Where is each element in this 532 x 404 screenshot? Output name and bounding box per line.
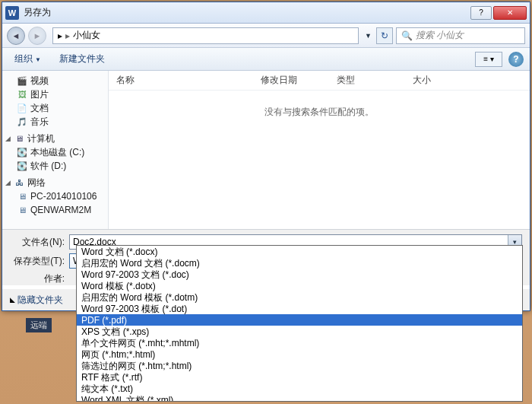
folder-icon: 🎵: [16, 116, 28, 127]
pc-icon: 🖥: [16, 205, 28, 215]
dropdown-option[interactable]: 网页 (*.htm;*.html): [77, 348, 522, 360]
help-button[interactable]: ?: [470, 6, 492, 20]
folder-icon: 🎬: [16, 75, 28, 86]
dropdown-option[interactable]: Word 模板 (*.dotx): [77, 280, 522, 291]
refresh-button[interactable]: ↻: [376, 27, 393, 44]
dropdown-option[interactable]: Word XML 文档 (*.xml): [77, 394, 522, 402]
path-dropdown[interactable]: ▼: [365, 32, 372, 40]
new-folder-button[interactable]: 新建文件夹: [53, 49, 111, 68]
nav-bar: ◄ ► ▸ ▸ 小仙女 ▼ ↻ 🔍 搜索 小仙女: [2, 24, 530, 48]
dropdown-option[interactable]: PDF (*.pdf): [77, 314, 522, 326]
sidebar-item[interactable]: 💽软件 (D:): [2, 159, 108, 173]
sidebar-item[interactable]: 🖥PC-2014010106: [2, 189, 108, 203]
network-icon: 🖧: [13, 177, 25, 188]
empty-message: 没有与搜索条件匹配的项。: [109, 91, 530, 134]
dropdown-option[interactable]: Word 97-2003 模板 (*.dot): [77, 303, 522, 314]
background-label: 远端: [26, 318, 52, 332]
folder-icon: 📄: [16, 103, 28, 113]
disk-icon: 💽: [16, 161, 28, 171]
sidebar-item[interactable]: 💽本地磁盘 (C:): [2, 145, 108, 159]
dropdown-option[interactable]: Word 97-2003 文档 (*.doc): [77, 269, 522, 280]
path-folder[interactable]: 小仙女: [73, 29, 100, 42]
sidebar-item[interactable]: 🖥QENWARM2M: [2, 203, 108, 217]
search-icon: 🔍: [401, 30, 413, 41]
window-buttons: ? ✕: [469, 6, 527, 20]
search-input[interactable]: 🔍 搜索 小仙女: [396, 27, 525, 44]
author-label: 作者:: [10, 272, 69, 285]
forward-button[interactable]: ►: [28, 27, 46, 45]
file-list-area: 名称 修改日期 类型 大小 没有与搜索条件匹配的项。: [109, 71, 530, 229]
disk-icon: 💽: [16, 147, 28, 157]
collapse-icon: ◣: [10, 296, 15, 304]
toolbar: 组织▼ 新建文件夹 ≡ ▾ ?: [2, 48, 530, 71]
dropdown-option[interactable]: 筛选过的网页 (*.htm;*.html): [77, 360, 522, 371]
sidebar-computer[interactable]: ◢ 🖥 计算机: [2, 132, 108, 145]
pc-icon: 🖥: [16, 191, 28, 202]
computer-icon: 🖥: [13, 133, 25, 144]
dialog-body: 🎬视频🖼图片📄文档🎵音乐 ◢ 🖥 计算机 💽本地磁盘 (C:)💽软件 (D:) …: [2, 71, 530, 229]
sidebar-item[interactable]: 🖼图片: [2, 87, 108, 101]
chevron-down-icon: ▼: [35, 56, 41, 63]
folder-icon: 🖼: [16, 89, 28, 100]
window-title: 另存为: [24, 6, 469, 19]
path-root-icon: ▸: [58, 30, 62, 41]
dropdown-option[interactable]: Word 文档 (*.docx): [77, 246, 522, 257]
sidebar-item[interactable]: 🎵音乐: [2, 115, 108, 129]
sidebar: 🎬视频🖼图片📄文档🎵音乐 ◢ 🖥 计算机 💽本地磁盘 (C:)💽软件 (D:) …: [2, 71, 109, 229]
filename-label: 文件名(N):: [10, 236, 69, 249]
sidebar-network[interactable]: ◢ 🖧 网络: [2, 176, 108, 189]
savetype-label: 保存类型(T):: [10, 255, 69, 268]
dropdown-option[interactable]: RTF 格式 (*.rtf): [77, 371, 522, 383]
back-button[interactable]: ◄: [7, 27, 25, 45]
dropdown-option[interactable]: 启用宏的 Word 文档 (*.docm): [77, 257, 522, 269]
col-name[interactable]: 名称: [116, 74, 261, 87]
column-headers: 名称 修改日期 类型 大小: [109, 71, 530, 91]
address-bar[interactable]: ▸ ▸ 小仙女: [52, 27, 359, 44]
path-sep: ▸: [65, 30, 70, 41]
col-type[interactable]: 类型: [337, 74, 413, 87]
view-button[interactable]: ≡ ▾: [475, 52, 502, 67]
expand-icon: ◢: [5, 179, 13, 186]
dropdown-option[interactable]: XPS 文档 (*.xps): [77, 326, 522, 337]
sidebar-item[interactable]: 🎬视频: [2, 74, 108, 87]
hide-folders-link[interactable]: 隐藏文件夹: [17, 294, 63, 307]
sidebar-item[interactable]: 📄文档: [2, 101, 108, 115]
expand-icon: ◢: [5, 135, 13, 142]
dropdown-option[interactable]: 单个文件网页 (*.mht;*.mhtml): [77, 337, 522, 348]
close-button[interactable]: ✕: [493, 6, 527, 20]
word-icon: W: [5, 6, 19, 20]
organize-menu[interactable]: 组织▼: [8, 49, 47, 68]
savetype-dropdown-list: Word 文档 (*.docx)启用宏的 Word 文档 (*.docm)Wor…: [76, 245, 523, 402]
dropdown-option[interactable]: 启用宏的 Word 模板 (*.dotm): [77, 291, 522, 303]
help-icon[interactable]: ?: [508, 52, 524, 67]
titlebar: W 另存为 ? ✕: [2, 2, 530, 24]
search-placeholder: 搜索 小仙女: [416, 29, 464, 42]
col-date[interactable]: 修改日期: [261, 74, 337, 87]
col-size[interactable]: 大小: [413, 74, 473, 87]
dropdown-option[interactable]: 纯文本 (*.txt): [77, 383, 522, 394]
